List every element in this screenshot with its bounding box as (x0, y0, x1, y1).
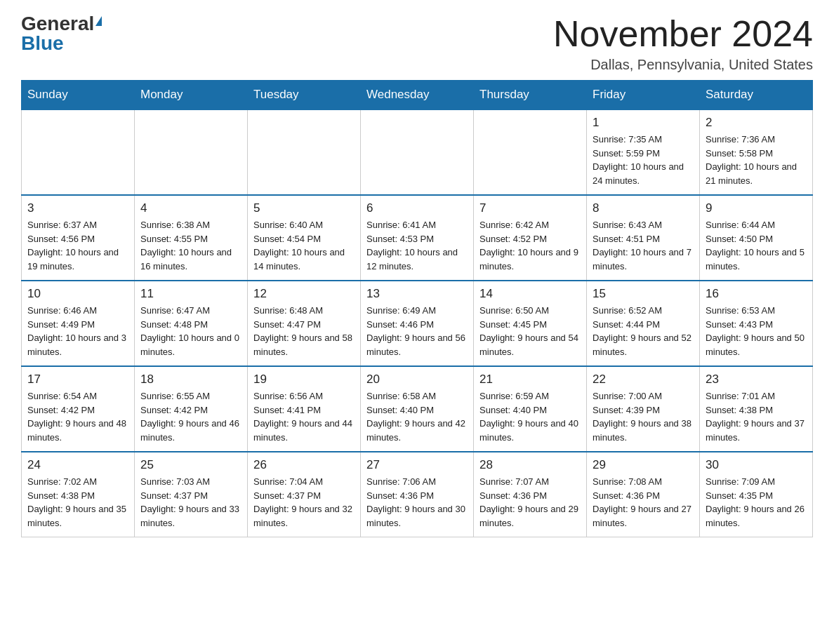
day-of-week-header: Thursday (474, 81, 587, 110)
day-info: Sunrise: 6:54 AMSunset: 4:42 PMDaylight:… (27, 389, 128, 444)
calendar-cell: 18Sunrise: 6:55 AMSunset: 4:42 PMDayligh… (135, 366, 248, 452)
calendar-cell: 5Sunrise: 6:40 AMSunset: 4:54 PMDaylight… (248, 195, 361, 281)
calendar-week-row: 24Sunrise: 7:02 AMSunset: 4:38 PMDayligh… (22, 452, 813, 537)
calendar-cell: 4Sunrise: 6:38 AMSunset: 4:55 PMDaylight… (135, 195, 248, 281)
day-number: 4 (140, 201, 241, 215)
calendar-cell: 30Sunrise: 7:09 AMSunset: 4:35 PMDayligh… (700, 452, 813, 537)
day-info: Sunrise: 6:49 AMSunset: 4:46 PMDaylight:… (366, 304, 468, 358)
day-of-week-header: Tuesday (248, 81, 361, 110)
calendar-cell: 22Sunrise: 7:00 AMSunset: 4:39 PMDayligh… (587, 366, 700, 452)
day-info: Sunrise: 7:04 AMSunset: 4:37 PMDaylight:… (253, 475, 355, 530)
calendar-cell: 6Sunrise: 6:41 AMSunset: 4:53 PMDaylight… (361, 195, 474, 281)
logo-general: General (21, 14, 94, 34)
day-number: 22 (593, 373, 694, 387)
calendar-cell (248, 109, 361, 195)
day-info: Sunrise: 6:41 AMSunset: 4:53 PMDaylight:… (366, 218, 468, 273)
calendar-cell: 27Sunrise: 7:06 AMSunset: 4:36 PMDayligh… (361, 452, 474, 537)
day-number: 6 (366, 201, 468, 215)
day-info: Sunrise: 7:08 AMSunset: 4:36 PMDaylight:… (593, 475, 694, 530)
calendar-week-row: 17Sunrise: 6:54 AMSunset: 4:42 PMDayligh… (22, 366, 813, 452)
day-info: Sunrise: 7:35 AMSunset: 5:59 PMDaylight:… (593, 133, 694, 187)
day-info: Sunrise: 6:46 AMSunset: 4:49 PMDaylight:… (27, 304, 128, 358)
day-info: Sunrise: 7:01 AMSunset: 4:38 PMDaylight:… (706, 389, 807, 444)
calendar-cell: 24Sunrise: 7:02 AMSunset: 4:38 PMDayligh… (22, 452, 135, 537)
calendar-cell: 15Sunrise: 6:52 AMSunset: 4:44 PMDayligh… (587, 281, 700, 366)
day-of-week-header: Friday (587, 81, 700, 110)
calendar-week-row: 10Sunrise: 6:46 AMSunset: 4:49 PMDayligh… (22, 281, 813, 366)
day-number: 10 (27, 287, 128, 301)
calendar-cell: 12Sunrise: 6:48 AMSunset: 4:47 PMDayligh… (248, 281, 361, 366)
calendar-cell (135, 109, 248, 195)
calendar-cell: 26Sunrise: 7:04 AMSunset: 4:37 PMDayligh… (248, 452, 361, 537)
calendar-cell: 13Sunrise: 6:49 AMSunset: 4:46 PMDayligh… (361, 281, 474, 366)
day-info: Sunrise: 6:56 AMSunset: 4:41 PMDaylight:… (253, 389, 355, 444)
day-number: 21 (479, 373, 581, 387)
day-number: 26 (253, 458, 355, 472)
day-number: 17 (27, 373, 128, 387)
calendar-cell: 19Sunrise: 6:56 AMSunset: 4:41 PMDayligh… (248, 366, 361, 452)
day-number: 1 (593, 116, 694, 130)
day-number: 25 (140, 458, 241, 472)
day-of-week-header: Sunday (22, 81, 135, 110)
calendar-cell: 3Sunrise: 6:37 AMSunset: 4:56 PMDaylight… (22, 195, 135, 281)
day-number: 29 (593, 458, 694, 472)
day-number: 9 (706, 201, 807, 215)
day-of-week-header: Saturday (700, 81, 813, 110)
calendar-cell: 25Sunrise: 7:03 AMSunset: 4:37 PMDayligh… (135, 452, 248, 537)
calendar-cell: 7Sunrise: 6:42 AMSunset: 4:52 PMDaylight… (474, 195, 587, 281)
calendar-cell: 9Sunrise: 6:44 AMSunset: 4:50 PMDaylight… (700, 195, 813, 281)
calendar-cell: 20Sunrise: 6:58 AMSunset: 4:40 PMDayligh… (361, 366, 474, 452)
calendar-cell: 16Sunrise: 6:53 AMSunset: 4:43 PMDayligh… (700, 281, 813, 366)
day-number: 3 (27, 201, 128, 215)
day-info: Sunrise: 7:03 AMSunset: 4:37 PMDaylight:… (140, 475, 241, 530)
day-number: 30 (706, 458, 807, 472)
day-info: Sunrise: 6:48 AMSunset: 4:47 PMDaylight:… (253, 304, 355, 358)
day-info: Sunrise: 6:50 AMSunset: 4:45 PMDaylight:… (479, 304, 581, 358)
day-info: Sunrise: 7:07 AMSunset: 4:36 PMDaylight:… (479, 475, 581, 530)
calendar-cell: 11Sunrise: 6:47 AMSunset: 4:48 PMDayligh… (135, 281, 248, 366)
day-number: 14 (479, 287, 581, 301)
calendar-cell (474, 109, 587, 195)
calendar-cell (22, 109, 135, 195)
day-of-week-header: Wednesday (361, 81, 474, 110)
day-number: 7 (479, 201, 581, 215)
day-number: 2 (706, 116, 807, 130)
day-info: Sunrise: 6:43 AMSunset: 4:51 PMDaylight:… (593, 218, 694, 273)
day-number: 19 (253, 373, 355, 387)
day-info: Sunrise: 7:09 AMSunset: 4:35 PMDaylight:… (706, 475, 807, 530)
day-info: Sunrise: 6:58 AMSunset: 4:40 PMDaylight:… (366, 389, 468, 444)
day-info: Sunrise: 6:47 AMSunset: 4:48 PMDaylight:… (140, 304, 241, 358)
day-info: Sunrise: 7:02 AMSunset: 4:38 PMDaylight:… (27, 475, 128, 530)
month-title: November 2024 (553, 14, 813, 54)
calendar-cell: 21Sunrise: 6:59 AMSunset: 4:40 PMDayligh… (474, 366, 587, 452)
calendar-table: SundayMondayTuesdayWednesdayThursdayFrid… (21, 80, 813, 537)
day-of-week-header: Monday (135, 81, 248, 110)
day-info: Sunrise: 6:38 AMSunset: 4:55 PMDaylight:… (140, 218, 241, 273)
day-number: 24 (27, 458, 128, 472)
day-number: 16 (706, 287, 807, 301)
day-number: 12 (253, 287, 355, 301)
logo: General Blue (21, 14, 102, 53)
day-info: Sunrise: 6:52 AMSunset: 4:44 PMDaylight:… (593, 304, 694, 358)
day-number: 23 (706, 373, 807, 387)
calendar-week-row: 1Sunrise: 7:35 AMSunset: 5:59 PMDaylight… (22, 109, 813, 195)
day-info: Sunrise: 6:42 AMSunset: 4:52 PMDaylight:… (479, 218, 581, 273)
day-number: 11 (140, 287, 241, 301)
day-number: 20 (366, 373, 468, 387)
calendar-header-row: SundayMondayTuesdayWednesdayThursdayFrid… (22, 81, 813, 110)
calendar-cell: 14Sunrise: 6:50 AMSunset: 4:45 PMDayligh… (474, 281, 587, 366)
day-number: 8 (593, 201, 694, 215)
day-info: Sunrise: 6:53 AMSunset: 4:43 PMDaylight:… (706, 304, 807, 358)
calendar-cell: 8Sunrise: 6:43 AMSunset: 4:51 PMDaylight… (587, 195, 700, 281)
day-number: 13 (366, 287, 468, 301)
day-number: 5 (253, 201, 355, 215)
title-area: November 2024 Dallas, Pennsylvania, Unit… (553, 14, 813, 73)
day-info: Sunrise: 6:59 AMSunset: 4:40 PMDaylight:… (479, 389, 581, 444)
day-info: Sunrise: 6:55 AMSunset: 4:42 PMDaylight:… (140, 389, 241, 444)
calendar-cell: 29Sunrise: 7:08 AMSunset: 4:36 PMDayligh… (587, 452, 700, 537)
calendar-cell: 1Sunrise: 7:35 AMSunset: 5:59 PMDaylight… (587, 109, 700, 195)
location: Dallas, Pennsylvania, United States (553, 57, 813, 73)
calendar-week-row: 3Sunrise: 6:37 AMSunset: 4:56 PMDaylight… (22, 195, 813, 281)
day-number: 27 (366, 458, 468, 472)
calendar-cell: 10Sunrise: 6:46 AMSunset: 4:49 PMDayligh… (22, 281, 135, 366)
